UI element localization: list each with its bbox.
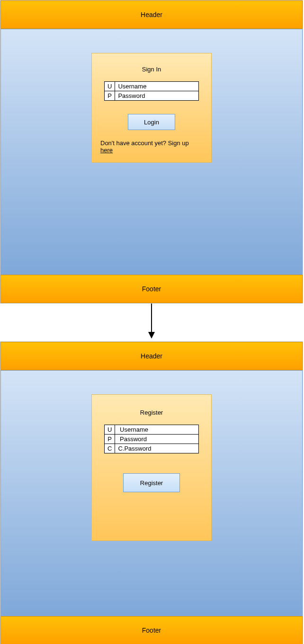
password-row: P Password — [105, 435, 199, 444]
signin-body: Sign In U Username P Password Login Don'… — [0, 29, 303, 275]
header-label: Header — [141, 11, 162, 18]
username-input[interactable]: Username — [115, 82, 199, 91]
arrow-line — [151, 304, 152, 333]
footer-bar: Footer — [0, 275, 303, 303]
signup-link[interactable]: here — [100, 147, 113, 154]
header-bar: Header — [0, 342, 303, 370]
register-title: Register — [140, 409, 163, 416]
register-panel: Register U Username P Password C C.Passw… — [91, 394, 212, 541]
register-button[interactable]: Register — [123, 473, 180, 492]
footer-label: Footer — [142, 285, 161, 293]
login-button[interactable]: Login — [128, 114, 175, 130]
signin-title: Sign In — [142, 66, 161, 73]
signin-fields: U Username P Password — [104, 81, 199, 101]
screen-signin: Header Sign In U Username P Password Log… — [0, 0, 303, 304]
header-label: Header — [141, 352, 162, 360]
signup-prompt: Don't have account yet? Sign up here — [100, 139, 203, 154]
signup-text: Don't have account yet? Sign up — [100, 139, 189, 147]
password-row: P Password — [105, 91, 199, 101]
confirm-password-input[interactable]: C.Password — [115, 444, 199, 453]
footer-bar: Footer — [0, 616, 303, 644]
username-icon: U — [105, 425, 115, 435]
username-input[interactable]: Username — [115, 425, 199, 435]
screen-register: Header Register U Username P Password C … — [0, 341, 303, 644]
username-icon: U — [105, 82, 115, 91]
password-input[interactable]: Password — [115, 435, 199, 444]
password-input[interactable]: Password — [115, 91, 199, 101]
signin-panel: Sign In U Username P Password Login Don'… — [91, 53, 212, 163]
register-body: Register U Username P Password C C.Passw… — [0, 370, 303, 616]
username-row: U Username — [105, 82, 199, 91]
username-row: U Username — [105, 425, 199, 435]
confirm-icon: C — [105, 444, 115, 453]
confirm-password-row: C C.Password — [105, 444, 199, 453]
footer-label: Footer — [142, 627, 161, 634]
header-bar: Header — [0, 0, 303, 29]
password-icon: P — [105, 435, 115, 444]
password-icon: P — [105, 91, 115, 101]
register-fields: U Username P Password C C.Password — [104, 425, 199, 453]
flow-arrow — [0, 304, 303, 341]
arrow-head-icon — [148, 332, 155, 339]
